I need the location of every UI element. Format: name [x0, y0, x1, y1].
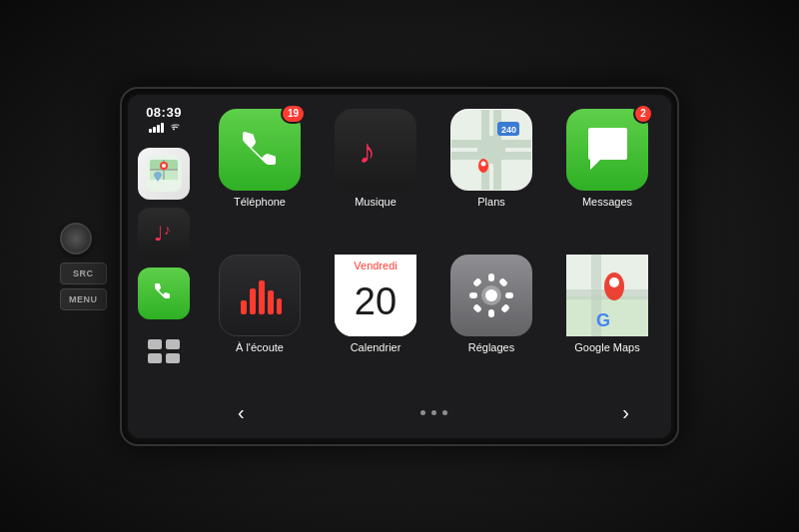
- messages-label: Messages: [582, 196, 632, 208]
- musique-icon: ♪: [335, 109, 416, 191]
- app-plans[interactable]: 240 Plans: [439, 109, 543, 244]
- sidebar-item-maps[interactable]: [138, 148, 190, 200]
- svg-text:♪: ♪: [164, 222, 171, 238]
- telephone-label: Téléphone: [234, 196, 286, 208]
- plans-icon: 240: [450, 109, 532, 191]
- svg-rect-29: [277, 298, 282, 314]
- nav-dots: [420, 410, 447, 415]
- sidebar-item-grid[interactable]: [138, 325, 190, 377]
- app-musique[interactable]: ♪ Musique: [324, 109, 427, 244]
- signal-row: [149, 122, 180, 134]
- messages-icon: 2: [566, 109, 648, 191]
- app-reglages[interactable]: Réglages: [439, 255, 543, 389]
- messages-badge: 2: [633, 104, 653, 124]
- telephone-badge: 19: [281, 104, 306, 124]
- svg-rect-19: [489, 110, 493, 136]
- telephone-icon: 19: [219, 109, 301, 191]
- svg-rect-26: [250, 288, 256, 314]
- signal-bar-3: [157, 125, 160, 133]
- volume-knob[interactable]: [60, 223, 92, 255]
- menu-button[interactable]: MENU: [60, 288, 107, 310]
- svg-point-6: [162, 164, 166, 168]
- svg-rect-28: [268, 290, 274, 314]
- signal-bars: [149, 123, 164, 133]
- aecoute-icon: [219, 255, 301, 336]
- main-content: 19 Téléphone ♪ Musique: [200, 95, 671, 438]
- left-panel: SRC MENU: [60, 223, 107, 310]
- svg-rect-40: [472, 277, 482, 287]
- svg-rect-39: [505, 292, 513, 298]
- svg-rect-9: [148, 339, 162, 349]
- button-group: SRC MENU: [60, 263, 107, 310]
- svg-rect-12: [166, 353, 180, 363]
- plans-label: Plans: [477, 196, 505, 208]
- src-button[interactable]: SRC: [60, 263, 107, 284]
- svg-rect-17: [451, 148, 477, 152]
- svg-text:G: G: [596, 310, 610, 330]
- nav-dot-3: [442, 410, 447, 415]
- app-aecoute[interactable]: À l'écoute: [208, 255, 312, 389]
- reglages-icon: [450, 255, 532, 336]
- wifi-icon: [168, 122, 180, 134]
- app-messages[interactable]: 2 Messages: [555, 109, 659, 244]
- svg-text:240: 240: [501, 125, 516, 135]
- svg-rect-18: [505, 148, 531, 152]
- svg-rect-20: [489, 164, 493, 190]
- app-telephone[interactable]: 19 Téléphone: [208, 109, 312, 244]
- svg-rect-43: [472, 303, 482, 313]
- sidebar-item-phone-small[interactable]: [138, 267, 190, 319]
- svg-rect-38: [469, 292, 477, 298]
- svg-point-35: [485, 289, 497, 301]
- svg-rect-42: [498, 277, 508, 287]
- sidebar: 08:39: [128, 95, 200, 438]
- svg-text:♪: ♪: [359, 132, 376, 170]
- nav-dot-2: [431, 410, 436, 415]
- svg-text:20: 20: [355, 280, 397, 322]
- screen-bezel: 08:39: [120, 87, 679, 446]
- car-surround: SRC MENU 08:39: [0, 0, 799, 532]
- screen: 08:39: [128, 95, 671, 438]
- apps-grid: 19 Téléphone ♪ Musique: [208, 109, 659, 389]
- nav-dot-1: [420, 410, 425, 415]
- aecoute-label: À l'écoute: [236, 341, 284, 353]
- svg-rect-25: [241, 300, 247, 314]
- svg-point-24: [481, 161, 486, 166]
- signal-bar-2: [153, 127, 156, 133]
- svg-rect-11: [148, 353, 162, 363]
- next-arrow[interactable]: ›: [622, 401, 629, 424]
- clock: 08:39: [146, 105, 182, 120]
- prev-arrow[interactable]: ‹: [238, 401, 245, 424]
- signal-bar-1: [149, 129, 152, 133]
- calendrier-label: Calendrier: [351, 341, 401, 353]
- svg-point-50: [609, 277, 619, 287]
- sidebar-item-music-small[interactable]: ♩ ♪: [138, 208, 190, 260]
- reglages-label: Réglages: [468, 341, 514, 353]
- signal-bar-4: [161, 123, 164, 133]
- svg-rect-10: [166, 339, 180, 349]
- svg-rect-27: [259, 280, 265, 314]
- svg-rect-36: [488, 273, 494, 281]
- googlemaps-label: Google Maps: [574, 341, 639, 353]
- svg-text:♩: ♩: [154, 223, 163, 245]
- app-calendrier[interactable]: Vendredi 20 Calendrier: [324, 255, 427, 389]
- app-googlemaps[interactable]: G Google Maps: [555, 255, 659, 389]
- bottom-nav: ‹ ›: [208, 395, 659, 430]
- musique-label: Musique: [355, 196, 397, 208]
- googlemaps-icon: G: [566, 255, 648, 336]
- svg-rect-37: [488, 309, 494, 317]
- calendrier-icon: Vendredi 20: [335, 255, 416, 336]
- svg-text:Vendredi: Vendredi: [354, 260, 397, 271]
- status-bar: 08:39: [134, 105, 194, 134]
- svg-rect-41: [500, 303, 510, 313]
